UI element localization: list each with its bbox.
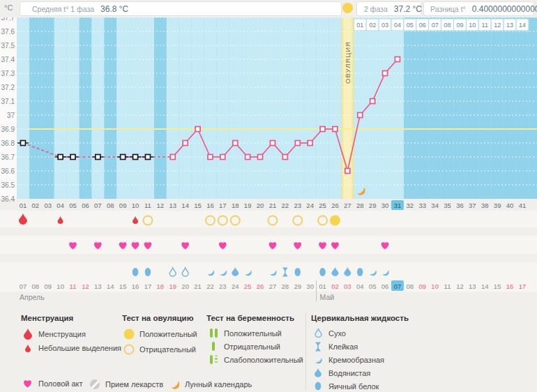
calendar-date-label[interactable]: 10 bbox=[431, 282, 439, 290]
temp-point-day-7[interactable] bbox=[96, 155, 100, 160]
calendar-date-label[interactable]: 22 bbox=[206, 282, 214, 290]
temp-point-day-25[interactable] bbox=[320, 127, 325, 132]
calendar-date-label[interactable]: 02 bbox=[331, 282, 339, 290]
cycle-day-label-15[interactable]: 15 bbox=[194, 202, 202, 209]
cycle-day-label-28[interactable]: 28 bbox=[356, 202, 364, 209]
temp-point-day-31[interactable] bbox=[395, 57, 400, 62]
temp-point-day-1[interactable] bbox=[20, 141, 25, 146]
calendar-date-label[interactable]: 07 bbox=[394, 282, 402, 290]
cycle-day-label-36[interactable]: 36 bbox=[456, 202, 464, 209]
calendar-date-label[interactable]: 28 bbox=[282, 282, 289, 290]
cycle-day-label-07[interactable]: 07 bbox=[94, 202, 102, 209]
calendar-date-label[interactable]: 15 bbox=[494, 282, 501, 290]
temp-point-day-30[interactable] bbox=[383, 71, 388, 76]
cycle-day-label-23[interactable]: 23 bbox=[294, 202, 301, 209]
cycle-day-label-08[interactable]: 08 bbox=[107, 202, 114, 209]
cycle-day-label-17[interactable]: 17 bbox=[219, 202, 227, 209]
cycle-day-label-03[interactable]: 03 bbox=[44, 202, 52, 209]
cycle-day-label-33[interactable]: 33 bbox=[418, 202, 426, 209]
calendar-date-label[interactable]: 10 bbox=[56, 282, 64, 290]
calendar-date-label[interactable]: 01 bbox=[319, 282, 326, 290]
cervical-eggwhite-icon[interactable] bbox=[294, 268, 301, 276]
calendar-date-label[interactable]: 08 bbox=[32, 282, 40, 290]
temp-point-day-16[interactable] bbox=[208, 155, 213, 160]
temp-point-day-13[interactable] bbox=[170, 155, 175, 160]
cycle-day-label-09[interactable]: 09 bbox=[119, 202, 127, 209]
calendar-date-label[interactable]: 13 bbox=[469, 282, 476, 290]
calendar-date-label[interactable]: 09 bbox=[44, 282, 52, 290]
calendar-date-label[interactable]: 21 bbox=[194, 282, 202, 290]
calendar-date-label[interactable]: 13 bbox=[94, 282, 102, 290]
calendar-date-label[interactable]: 25 bbox=[244, 282, 252, 290]
temp-point-day-28[interactable] bbox=[358, 113, 363, 118]
temp-point-day-29[interactable] bbox=[370, 99, 375, 104]
calendar-date-label[interactable]: 04 bbox=[356, 282, 364, 290]
cycle-day-label-01[interactable]: 01 bbox=[20, 202, 27, 209]
calendar-date-label[interactable]: 18 bbox=[157, 282, 165, 290]
cycle-day-label-11[interactable]: 11 bbox=[144, 202, 151, 209]
cycle-day-label-40[interactable]: 40 bbox=[506, 202, 514, 209]
cycle-day-label-10[interactable]: 10 bbox=[132, 202, 139, 209]
temp-point-day-15[interactable] bbox=[195, 127, 200, 132]
calendar-date-label[interactable]: 12 bbox=[456, 282, 464, 290]
cycle-day-label-20[interactable]: 20 bbox=[257, 202, 264, 209]
temp-point-day-19[interactable] bbox=[245, 155, 250, 160]
cycle-day-label-04[interactable]: 04 bbox=[56, 202, 64, 209]
cycle-day-label-06[interactable]: 06 bbox=[82, 202, 89, 209]
calendar-date-label[interactable]: 09 bbox=[418, 282, 426, 290]
calendar-date-label[interactable]: 17 bbox=[519, 282, 527, 290]
cycle-day-label-12[interactable]: 12 bbox=[157, 202, 165, 209]
cycle-day-label-39[interactable]: 39 bbox=[494, 202, 501, 209]
calendar-date-label[interactable]: 11 bbox=[70, 282, 77, 290]
calendar-date-label[interactable]: 20 bbox=[181, 282, 189, 290]
calendar-date-label[interactable]: 14 bbox=[107, 282, 114, 290]
calendar-date-label[interactable]: 23 bbox=[219, 282, 227, 290]
cycle-day-label-24[interactable]: 24 bbox=[306, 202, 314, 209]
cycle-day-label-27[interactable]: 27 bbox=[344, 202, 351, 209]
calendar-date-label[interactable]: 06 bbox=[381, 282, 389, 290]
cycle-day-label-29[interactable]: 29 bbox=[369, 202, 377, 209]
temp-point-day-11[interactable] bbox=[145, 155, 150, 160]
calendar-date-label[interactable]: 27 bbox=[269, 282, 277, 290]
cycle-day-label-14[interactable]: 14 bbox=[181, 202, 189, 209]
cycle-day-label-34[interactable]: 34 bbox=[431, 202, 439, 209]
cycle-day-label-37[interactable]: 37 bbox=[469, 202, 476, 209]
cycle-day-label-32[interactable]: 32 bbox=[407, 202, 414, 209]
cycle-day-label-38[interactable]: 38 bbox=[481, 202, 489, 209]
temp-point-day-17[interactable] bbox=[220, 155, 225, 160]
cycle-day-label-02[interactable]: 02 bbox=[32, 202, 40, 209]
calendar-date-label[interactable]: 11 bbox=[444, 282, 451, 290]
ovulation-test-positive-icon[interactable] bbox=[330, 216, 340, 226]
temperature-chart-canvas[interactable]: ОВУЛЯЦИЯ010203040506070809101112131437.7… bbox=[0, 0, 537, 303]
calendar-date-label[interactable]: 16 bbox=[506, 282, 514, 290]
calendar-date-label[interactable]: 05 bbox=[369, 282, 377, 290]
temp-point-day-18[interactable] bbox=[233, 141, 238, 146]
cycle-day-label-41[interactable]: 41 bbox=[519, 202, 527, 209]
calendar-date-label[interactable]: 30 bbox=[306, 282, 314, 290]
temp-point-day-26[interactable] bbox=[333, 127, 338, 132]
calendar-date-label[interactable]: 19 bbox=[169, 282, 176, 290]
cycle-day-label-30[interactable]: 30 bbox=[381, 202, 389, 209]
cervical-eggwhite-icon[interactable] bbox=[145, 268, 151, 276]
calendar-date-label[interactable]: 15 bbox=[119, 282, 127, 290]
calendar-date-label[interactable]: 12 bbox=[82, 282, 89, 290]
temp-point-day-21[interactable] bbox=[270, 141, 275, 146]
cervical-eggwhite-icon[interactable] bbox=[357, 268, 363, 276]
temp-point-day-9[interactable] bbox=[121, 155, 126, 160]
calendar-date-label[interactable]: 14 bbox=[481, 282, 489, 290]
cycle-day-label-35[interactable]: 35 bbox=[444, 202, 451, 209]
calendar-date-label[interactable]: 24 bbox=[232, 282, 239, 290]
calendar-date-label[interactable]: 26 bbox=[257, 282, 264, 290]
temp-point-day-4[interactable] bbox=[58, 155, 63, 160]
calendar-date-label[interactable]: 03 bbox=[344, 282, 351, 290]
temp-point-day-24[interactable] bbox=[308, 141, 312, 146]
cervical-eggwhite-icon[interactable] bbox=[133, 268, 139, 276]
calendar-date-label[interactable]: 29 bbox=[294, 282, 301, 290]
calendar-date-label[interactable]: 16 bbox=[132, 282, 139, 290]
cervical-eggwhite-icon[interactable] bbox=[319, 268, 326, 276]
temp-point-day-20[interactable] bbox=[258, 155, 263, 160]
cycle-day-label-25[interactable]: 25 bbox=[319, 202, 326, 209]
temp-point-day-23[interactable] bbox=[295, 141, 300, 146]
cycle-day-label-26[interactable]: 26 bbox=[331, 202, 339, 209]
cycle-day-label-31[interactable]: 31 bbox=[394, 202, 402, 209]
